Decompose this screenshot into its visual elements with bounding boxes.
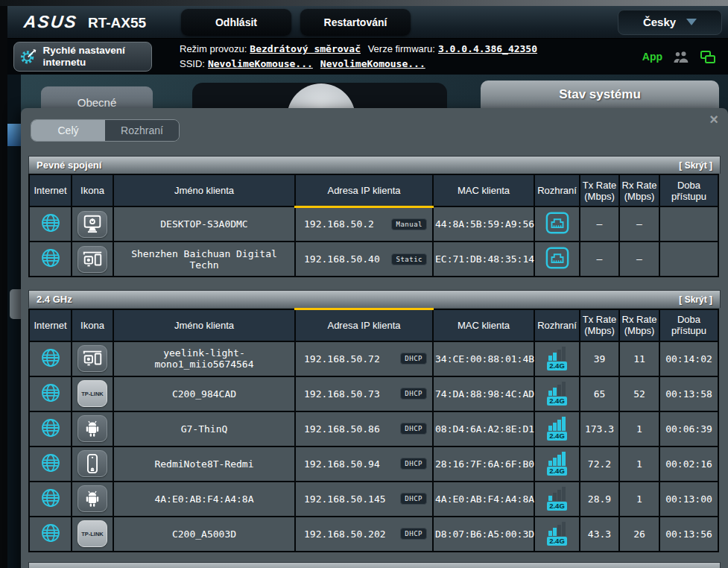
- cell-device-icon: [72, 242, 113, 277]
- cell-internet: [29, 376, 72, 411]
- cell-client-mac: 44:8A:5B:59:A9:56: [433, 206, 534, 242]
- cell-internet: [29, 206, 72, 242]
- operation-mode-link[interactable]: Bezdrátový směrovač: [250, 43, 361, 54]
- gear-wand-icon: [20, 46, 37, 67]
- ssid-link-1[interactable]: NevolimeKomouse...: [208, 58, 313, 69]
- cell-interface: 2.4G: [534, 482, 580, 517]
- tab-interface[interactable]: Rozhraní: [105, 120, 179, 141]
- cell-tx-rate: 72.2: [580, 446, 619, 482]
- cell-client-ip: 192.168.50.145DHCP: [295, 482, 433, 517]
- cell-client-name: yeelink-light-mono1_miio5674564: [113, 341, 295, 376]
- column-header[interactable]: Jméno klienta: [113, 309, 295, 341]
- cell-client-ip: 192.168.50.202DHCP: [295, 517, 433, 552]
- column-header[interactable]: Jméno klienta: [113, 174, 295, 206]
- section-title: 2.4 GHz: [37, 294, 72, 305]
- column-header[interactable]: Adresa IP klienta: [295, 309, 433, 341]
- column-header[interactable]: Rx Rate (Mbps): [619, 174, 659, 206]
- cell-access-time: [659, 242, 718, 277]
- ip-type-badge: Static: [391, 253, 427, 265]
- client-section: Pevné spojení[ Skrýt ]InternetIkonaJméno…: [28, 156, 721, 277]
- column-header[interactable]: Rozhraní: [534, 174, 580, 206]
- operation-mode-label: Režim provozu:: [180, 43, 247, 54]
- cell-client-name: DESKTOP-S3A0DMC: [113, 206, 295, 242]
- tab-all[interactable]: Celý: [31, 120, 105, 141]
- reboot-button[interactable]: Restartování: [300, 9, 411, 36]
- column-header[interactable]: Doba přístupu: [659, 174, 718, 206]
- section-header: Pevné spojení[ Skrýt ]: [28, 156, 721, 174]
- cell-client-name: RedmiNote8T-Redmi: [113, 446, 295, 482]
- cell-client-mac: D8:07:B6:A5:00:3D: [433, 517, 534, 552]
- cell-rx-rate: 1: [619, 482, 659, 517]
- client-row[interactable]: TP-LINKC200_A5003D192.168.50.202DHCPD8:0…: [29, 517, 718, 552]
- column-header[interactable]: Doba přístupu: [659, 309, 718, 341]
- quick-setup-button[interactable]: Rychlé nastavení internetu: [13, 42, 152, 72]
- ip-address: 192.168.50.72: [301, 353, 400, 365]
- logout-button[interactable]: Odhlásit: [181, 9, 291, 36]
- signal-strength-icon: 2.4G: [547, 522, 567, 546]
- cell-rx-rate: 1: [619, 446, 659, 482]
- column-header[interactable]: Ikona: [72, 309, 113, 341]
- client-row[interactable]: RedmiNote8T-Redmi192.168.50.94DHCP28:16:…: [29, 446, 718, 482]
- client-row[interactable]: Shenzhen Baichuan Digital Techn192.168.5…: [29, 242, 718, 277]
- cell-access-time: [659, 206, 718, 242]
- cell-tx-rate: 173.3: [580, 411, 619, 446]
- desktop-icon: [80, 213, 104, 236]
- cell-device-icon: [72, 446, 113, 482]
- client-row[interactable]: 4A:E0:AB:F4:A4:8A192.168.50.145DHCP4A:E0…: [29, 482, 718, 517]
- language-dropdown[interactable]: Česky: [618, 10, 722, 35]
- client-row[interactable]: G7-ThinQ192.168.50.86DHCP08:D4:6A:A2:8E:…: [29, 411, 718, 446]
- cell-client-name: C200_984CAD: [113, 376, 295, 411]
- cell-client-name: G7-ThinQ: [113, 411, 295, 446]
- users-icon[interactable]: [672, 51, 690, 63]
- column-header[interactable]: Tx Rate (Mbps): [580, 174, 619, 206]
- column-header[interactable]: Internet: [29, 309, 72, 341]
- column-header[interactable]: Ikona: [72, 174, 113, 206]
- ip-address: 192.168.50.73: [301, 388, 400, 400]
- cell-client-mac: 74:DA:88:98:4C:AD: [433, 376, 534, 411]
- ip-type-badge: DHCP: [400, 388, 427, 400]
- sidebar-handle[interactable]: [10, 289, 21, 319]
- column-header[interactable]: Rx Rate (Mbps): [619, 309, 659, 341]
- hide-toggle[interactable]: [ Skrýt ]: [679, 294, 712, 305]
- column-header[interactable]: Tx Rate (Mbps): [580, 309, 619, 341]
- header-icons: App: [642, 50, 716, 64]
- ip-type-badge: DHCP: [400, 528, 427, 540]
- cell-device-icon: [72, 341, 113, 376]
- client-row[interactable]: DESKTOP-S3A0DMC192.168.50.2Manual44:8A:5…: [29, 206, 718, 242]
- cell-tx-rate: 39: [580, 341, 619, 376]
- cell-rx-rate: –: [619, 242, 659, 277]
- cell-client-mac: 28:16:7F:6A:6F:B0: [433, 446, 534, 482]
- client-row[interactable]: yeelink-light-mono1_miio5674564192.168.5…: [29, 341, 718, 376]
- app-link[interactable]: App: [642, 51, 662, 63]
- cell-internet: [29, 446, 72, 482]
- cell-client-ip: 192.168.50.73DHCP: [295, 376, 433, 411]
- column-header[interactable]: Adresa IP klienta: [295, 174, 433, 206]
- cell-client-name: C200_A5003D: [113, 517, 295, 552]
- cell-device-icon: TP-LINK: [72, 517, 113, 552]
- cell-tx-rate: 65: [580, 376, 619, 411]
- globe-icon: [39, 522, 62, 544]
- ssid-label: SSID:: [180, 58, 205, 69]
- cell-tx-rate: 28.9: [580, 482, 619, 517]
- globe-icon: [39, 487, 62, 509]
- cell-client-ip: 192.168.50.94DHCP: [295, 446, 433, 482]
- cell-internet: [29, 411, 72, 446]
- client-status-icon[interactable]: [700, 50, 716, 64]
- close-icon[interactable]: ×: [709, 112, 718, 127]
- column-header[interactable]: MAC klienta: [433, 174, 534, 206]
- firmware-link[interactable]: 3.0.0.4.386_42350: [438, 43, 537, 54]
- client-list-modal: × CelýRozhraní Pevné spojení[ Skrýt ]Int…: [21, 108, 728, 568]
- ip-camera-icon: [80, 248, 104, 271]
- client-row[interactable]: TP-LINKC200_984CAD192.168.50.73DHCP74:DA…: [29, 376, 718, 411]
- ssid-line: SSID:NevolimeKomouse...NevolimeKomouse..…: [180, 57, 542, 72]
- ssid-link-2[interactable]: NevolimeKomouse...: [320, 58, 425, 69]
- hide-toggle[interactable]: [ Skrýt ]: [679, 160, 712, 171]
- column-header[interactable]: Rozhraní: [534, 309, 580, 341]
- band-badge: 2.4G: [547, 467, 567, 476]
- section-header: 2.4 GHz[ Skrýt ]: [28, 290, 721, 308]
- column-header[interactable]: Internet: [29, 174, 72, 206]
- globe-icon: [39, 347, 62, 369]
- android-icon: [82, 488, 103, 509]
- cell-device-icon: [72, 482, 113, 517]
- column-header[interactable]: MAC klienta: [433, 309, 534, 341]
